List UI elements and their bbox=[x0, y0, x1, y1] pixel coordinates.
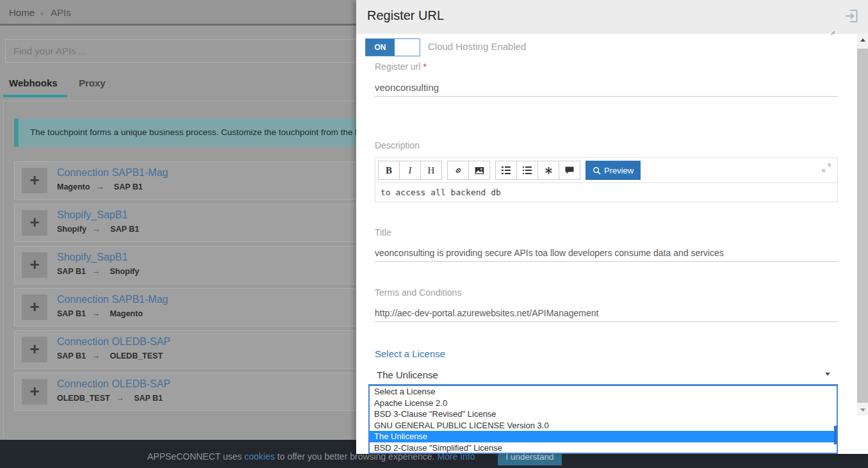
license-select[interactable]: The Unlicense bbox=[375, 368, 838, 383]
license-selected-value: The Unlicense bbox=[375, 368, 838, 382]
ordered-list-button[interactable] bbox=[516, 161, 538, 180]
plus-icon[interactable]: + bbox=[22, 168, 47, 193]
tab-webhooks[interactable]: Webhooks bbox=[9, 77, 58, 88]
arrow-icon: → bbox=[92, 351, 100, 360]
connection-title[interactable]: Connection SAPB1-Mag bbox=[57, 167, 168, 179]
resize-handle[interactable] bbox=[829, 28, 835, 34]
description-label: Description bbox=[375, 140, 420, 150]
connection-title[interactable]: Connection OLEDB-SAP bbox=[57, 378, 170, 390]
connection-direction: SAP B1 → Magento bbox=[57, 309, 147, 318]
plus-icon[interactable]: + bbox=[22, 252, 47, 278]
required-asterisk: * bbox=[423, 61, 426, 72]
tab-proxy[interactable]: Proxy bbox=[79, 77, 106, 88]
heading-button[interactable]: H bbox=[420, 161, 442, 180]
comment-button[interactable] bbox=[559, 161, 580, 180]
connection-source: Shopify bbox=[57, 225, 86, 234]
bold-button[interactable]: B bbox=[378, 161, 400, 180]
toggle-on-label: ON bbox=[366, 39, 395, 56]
link-button[interactable] bbox=[447, 161, 469, 180]
connection-title[interactable]: Shopify_SapB1 bbox=[57, 209, 127, 221]
dropdown-scrollbar-thumb[interactable] bbox=[834, 426, 837, 444]
connection-source: SAP B1 bbox=[57, 309, 86, 318]
register-url-label-text: Register url bbox=[375, 61, 421, 72]
image-button[interactable] bbox=[468, 161, 490, 180]
breadcrumb-home[interactable]: Home bbox=[9, 7, 35, 18]
scroll-up-button[interactable] bbox=[857, 34, 868, 45]
connection-target: Shopify bbox=[110, 267, 139, 276]
connection-direction: SAP B1 → Shopify bbox=[57, 267, 143, 276]
connection-target: SAP B1 bbox=[114, 182, 143, 191]
search-icon bbox=[593, 166, 601, 175]
connection-direction: OLEDB_TEST → SAP B1 bbox=[57, 394, 167, 403]
cloud-hosting-label: Cloud Hosting Enabled bbox=[428, 41, 526, 52]
cloud-hosting-toggle[interactable]: ON bbox=[365, 38, 420, 56]
connection-source: Magento bbox=[57, 182, 90, 191]
connection-direction: Shopify → SAP B1 bbox=[57, 225, 143, 234]
connection-source: SAP B1 bbox=[57, 351, 86, 360]
connection-target: SAP B1 bbox=[110, 225, 139, 234]
arrow-icon: → bbox=[92, 267, 100, 276]
italic-button[interactable]: I bbox=[399, 161, 421, 180]
license-option[interactable]: Apache License 2.0 bbox=[370, 398, 837, 409]
triangle-down-icon bbox=[860, 408, 865, 412]
connection-target: SAP B1 bbox=[134, 394, 163, 403]
plus-icon[interactable]: + bbox=[22, 337, 47, 362]
register-url-label: Register url * bbox=[375, 61, 427, 72]
connection-source: OLEDB_TEST bbox=[57, 394, 110, 403]
title-label: Title bbox=[375, 227, 391, 238]
preview-button-label: Preview bbox=[604, 166, 634, 175]
description-textarea[interactable]: to access all backend db bbox=[375, 182, 837, 202]
cookie-message-prefix: APPSeCONNECT uses bbox=[147, 451, 242, 462]
arrow-icon: → bbox=[116, 394, 124, 403]
terms-textarea[interactable]: http://aec-dev-portal.azurewebsites.net/… bbox=[375, 305, 838, 322]
editor-toolbar: B I H bbox=[378, 160, 641, 181]
license-option[interactable]: BSD 2-Clause "Simplified" License bbox=[370, 442, 837, 454]
license-option[interactable]: GNU GENERAL PUBLIC LICENSE Version 3.0 bbox=[370, 420, 837, 432]
connection-source: SAP B1 bbox=[57, 267, 86, 276]
expand-icon[interactable] bbox=[821, 162, 832, 173]
connection-direction: SAP B1 → OLEDB_TEST bbox=[57, 351, 167, 360]
breadcrumb-apis[interactable]: APIs bbox=[51, 7, 71, 18]
breadcrumb-separator-icon bbox=[40, 12, 44, 15]
terms-label: Terms and Conditions bbox=[375, 287, 461, 298]
connection-target: Magento bbox=[110, 309, 142, 318]
plus-icon[interactable]: + bbox=[22, 379, 47, 405]
triangle-up-icon bbox=[860, 38, 865, 42]
drawer-header: Register URL bbox=[356, 0, 868, 34]
chevron-down-icon bbox=[825, 373, 830, 376]
connection-title[interactable]: Connection OLEDB-SAP bbox=[57, 336, 170, 348]
license-option-selected[interactable]: The Unlicense bbox=[370, 431, 837, 442]
license-option[interactable]: Select a License bbox=[370, 386, 837, 398]
cookies-link[interactable]: cookies bbox=[244, 451, 274, 462]
connection-title[interactable]: Connection SAPB1-Mag bbox=[57, 294, 168, 305]
connection-title[interactable]: Shopify_SapB1 bbox=[57, 252, 127, 263]
description-editor: B I H bbox=[375, 157, 838, 202]
preview-button[interactable]: Preview bbox=[585, 161, 641, 180]
title-input[interactable]: veonconsulting is providing secure APIs … bbox=[375, 245, 838, 262]
register-url-input[interactable]: veonconsulting bbox=[375, 80, 838, 97]
license-dropdown-list: Select a License Apache License 2.0 BSD … bbox=[368, 384, 838, 454]
scroll-down-button[interactable] bbox=[857, 404, 868, 416]
plus-icon[interactable]: + bbox=[22, 295, 47, 320]
license-option[interactable]: BSD 3-Clause "Revised" License bbox=[370, 408, 837, 420]
snippet-asterisk-button[interactable] bbox=[537, 161, 559, 180]
arrow-icon: → bbox=[92, 225, 101, 234]
active-tab-underline bbox=[3, 95, 67, 97]
arrow-icon: → bbox=[92, 309, 100, 318]
close-drawer-icon[interactable] bbox=[844, 8, 858, 24]
select-license-link[interactable]: Select a License bbox=[375, 348, 445, 359]
drawer-title: Register URL bbox=[367, 8, 444, 23]
unordered-list-button[interactable] bbox=[495, 161, 517, 180]
connection-target: OLEDB_TEST bbox=[110, 351, 163, 360]
scrollbar-thumb[interactable] bbox=[857, 49, 868, 403]
connection-direction: Magento → SAP B1 bbox=[57, 182, 147, 191]
arrow-icon: → bbox=[96, 182, 104, 191]
drawer-scrollbar[interactable] bbox=[857, 34, 868, 416]
plus-icon[interactable]: + bbox=[22, 210, 47, 236]
